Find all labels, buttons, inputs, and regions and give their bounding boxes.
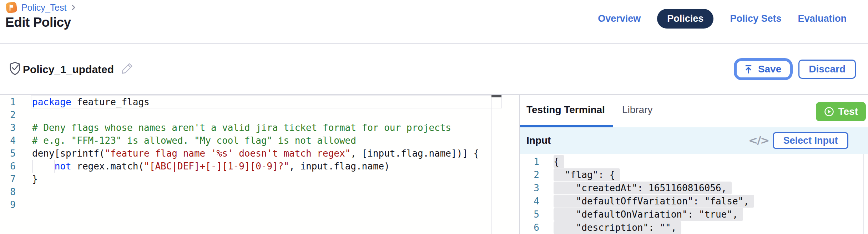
nav-item-policies[interactable]: Policies: [657, 9, 713, 29]
upload-arrow-icon: [743, 64, 754, 75]
selection-highlight: {: [554, 155, 564, 168]
line-number: 2: [520, 168, 539, 182]
code-line: [32, 185, 479, 198]
toolbar-actions: Save Discard: [734, 58, 856, 80]
json-line: {: [554, 155, 754, 168]
line-number: 4: [520, 195, 539, 208]
selection-highlight: "defaultOnVariation": "true",: [554, 208, 743, 221]
indent-guide: [32, 160, 33, 173]
line-number: 8: [0, 185, 16, 198]
code-line: not regex.match("[ABC|DEF]+[-][1-9][0-9]…: [32, 160, 479, 173]
input-header-bar: Input </> Select Input: [520, 127, 868, 154]
line-number: 6: [520, 221, 539, 234]
line-number: 1: [0, 96, 16, 108]
json-line: "createdAt": 1651160816056,: [554, 182, 754, 195]
breadcrumb-link-project[interactable]: Policy_Test: [21, 2, 66, 13]
code-line: # e.g. "FFM-123" is allowed. "My cool fl…: [32, 134, 479, 147]
page-title: Edit Policy: [5, 15, 71, 30]
selection-highlight: "flag": {: [554, 168, 620, 181]
policy-code-editor[interactable]: 123456789 package feature_flags# Deny fl…: [0, 95, 519, 234]
line-number: 5: [520, 208, 539, 221]
save-button[interactable]: Save: [737, 61, 790, 77]
input-json-editor[interactable]: 123456 { "flag": { "createdAt": 16511608…: [520, 154, 868, 234]
line-number: 3: [520, 182, 539, 195]
code-line: # Deny flags whose names aren't a valid …: [32, 121, 479, 134]
save-button-label: Save: [758, 63, 781, 75]
selection-highlight: "createdAt": 1651160816056,: [554, 182, 732, 194]
input-editor-gutter: 123456: [520, 155, 539, 234]
line-number: 3: [0, 121, 16, 134]
select-input-button[interactable]: Select Input: [773, 132, 848, 149]
save-button-focus-ring: Save: [734, 58, 793, 80]
editor-content: package feature_flags# Deny flags whose …: [32, 96, 479, 211]
policy-flag-icon: [6, 2, 17, 13]
input-scrollbar-track[interactable]: [863, 154, 864, 234]
input-label: Input: [526, 135, 551, 146]
editor-scrollbar-track[interactable]: [491, 95, 492, 234]
tab-testing-terminal[interactable]: Testing Terminal: [526, 104, 605, 116]
indent-guide: [54, 160, 55, 173]
input-editor-content: { "flag": { "createdAt": 1651160816056, …: [554, 155, 754, 234]
code-line: deny[sprintf("feature flag name '%s' doe…: [32, 147, 479, 160]
test-button[interactable]: Test: [816, 102, 866, 121]
code-line: [32, 108, 479, 121]
pencil-icon[interactable]: [120, 61, 134, 76]
play-circle-icon: [824, 106, 834, 117]
line-number: 5: [0, 147, 16, 160]
policy-name: Policy_1_updated: [23, 63, 114, 76]
json-line: "flag": {: [554, 168, 754, 182]
testing-terminal-panel: Testing TerminalLibrary Test Input </> S…: [520, 95, 868, 234]
code-line: package feature_flags: [32, 96, 479, 108]
chevron-right-icon: [71, 3, 76, 12]
selection-highlight: "description": "",: [554, 221, 681, 234]
code-brackets-icon[interactable]: </>: [748, 134, 769, 147]
line-number: 6: [0, 160, 16, 173]
terminal-tabs-row: Testing TerminalLibrary Test: [520, 95, 868, 127]
line-number: 1: [520, 155, 539, 168]
editor-scrollbar-thumb[interactable]: [491, 95, 501, 97]
terminal-tabs: Testing TerminalLibrary: [526, 95, 652, 125]
selection-highlight: "defaultOffVariation": "false",: [554, 195, 754, 208]
line-number: 2: [0, 108, 16, 121]
nav-item-policy-sets[interactable]: Policy Sets: [730, 13, 781, 24]
breadcrumb: Policy_Test: [6, 2, 76, 13]
line-number: 7: [0, 173, 16, 185]
nav-item-evaluation[interactable]: Evaluation: [798, 13, 847, 24]
tab-library[interactable]: Library: [622, 104, 653, 116]
json-line: "defaultOnVariation": "true",: [554, 208, 754, 221]
editor-gutter: 123456789: [0, 96, 16, 211]
code-line: }: [32, 173, 479, 185]
nav-item-overview[interactable]: Overview: [598, 13, 641, 24]
discard-button[interactable]: Discard: [798, 60, 856, 79]
line-number: 4: [0, 134, 16, 147]
code-line: [32, 198, 479, 211]
shield-check-icon: [8, 61, 22, 77]
active-tab-underline: [520, 125, 613, 127]
header-divider: [0, 43, 868, 44]
json-line: "description": "",: [554, 221, 754, 234]
json-line: "defaultOffVariation": "false",: [554, 195, 754, 208]
line-number: 9: [0, 198, 16, 211]
test-button-label: Test: [838, 106, 858, 117]
top-nav: OverviewPoliciesPolicy SetsEvaluation: [598, 9, 847, 29]
